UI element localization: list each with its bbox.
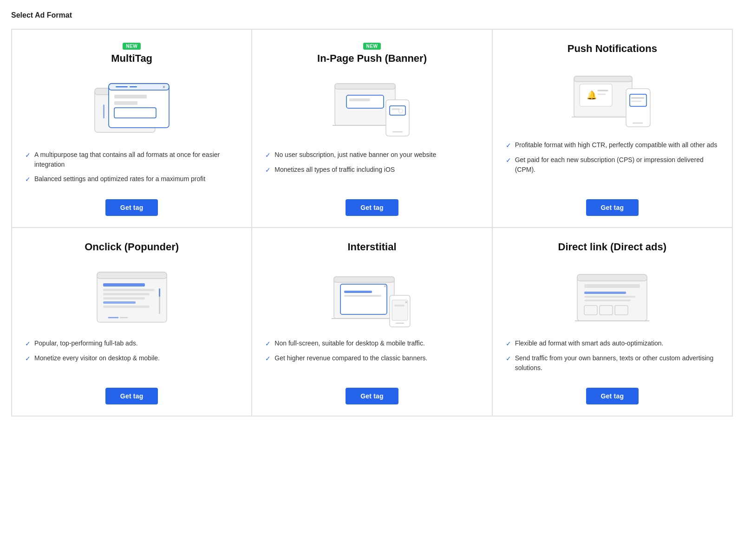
get-tag-button-multitag[interactable]: Get tag [105, 199, 158, 216]
feature-item: ✓ Balanced settings and optimized rates … [25, 174, 238, 184]
svg-text:×: × [405, 300, 407, 305]
svg-rect-60 [584, 284, 640, 288]
feature-item: ✓ Get higher revenue compared to the cla… [265, 353, 478, 364]
ad-format-grid: NEW MultiTag × [11, 29, 733, 417]
card-interstitial: Interstitial × × ✓ [252, 228, 492, 416]
card-header-onclick-popunder: Onclick (Popunder) [85, 241, 179, 253]
svg-rect-55 [394, 305, 405, 306]
get-tag-button-direct-link[interactable]: Get tag [586, 388, 639, 404]
feature-item: ✓ Monetize every visitor on desktop & mo… [25, 353, 238, 364]
card-direct-link: Direct link (Direct ads) [492, 228, 732, 416]
svg-rect-17 [390, 106, 405, 115]
feature-item: ✓ A multipurpose tag that contains all a… [25, 150, 238, 169]
features-direct-link: ✓ Flexible ad format with smart ads auto… [506, 339, 719, 378]
svg-text:🔔: 🔔 [587, 90, 597, 100]
svg-rect-16 [386, 100, 409, 136]
card-title-push-notifications: Push Notifications [568, 43, 657, 55]
card-multitag: NEW MultiTag × [12, 29, 252, 228]
illustration-push-notifications: 🔔 [570, 67, 654, 132]
page-title: Select Ad Format [11, 11, 733, 20]
svg-rect-14 [346, 95, 384, 108]
illustration-inpage-push [330, 77, 414, 142]
card-title-multitag: MultiTag [111, 52, 152, 65]
feature-item: ✓ No user subscription, just native bann… [265, 150, 478, 160]
svg-rect-42 [159, 288, 160, 297]
check-icon: ✓ [25, 175, 31, 184]
illustration-multitag: × [90, 77, 174, 142]
svg-rect-34 [97, 272, 167, 279]
check-icon: ✓ [506, 339, 511, 349]
check-icon: ✓ [25, 339, 31, 349]
features-multitag: ✓ A multipurpose tag that contains all a… [25, 150, 238, 189]
card-header-interstitial: Interstitial [347, 241, 396, 253]
svg-rect-37 [103, 293, 150, 295]
check-icon: ✓ [506, 156, 511, 165]
card-header-multitag: NEW MultiTag [111, 43, 152, 65]
get-tag-button-push-notifications[interactable]: Get tag [586, 199, 639, 216]
svg-rect-7 [114, 95, 147, 98]
badge-new-multitag: NEW [123, 43, 141, 50]
svg-rect-29 [630, 94, 646, 106]
features-onclick-popunder: ✓ Popular, top-performing full-tab ads. … [25, 339, 238, 378]
get-tag-button-inpage-push[interactable]: Get tag [346, 199, 398, 216]
badge-new-inpage-push: NEW [363, 43, 381, 50]
svg-rect-10 [103, 104, 104, 118]
svg-rect-62 [584, 296, 635, 298]
feature-item: ✓ Non full-screen, suitable for desktop … [265, 339, 478, 349]
svg-rect-8 [114, 101, 137, 105]
feature-item: ✓ Send traffic from your own banners, te… [506, 353, 719, 373]
card-header-push-notifications: Push Notifications [568, 43, 657, 55]
illustration-interstitial: × × [330, 265, 414, 330]
check-icon: ✓ [265, 354, 271, 364]
svg-text:×: × [384, 284, 386, 289]
svg-rect-61 [584, 292, 626, 294]
svg-rect-35 [103, 283, 145, 287]
check-icon: ✓ [506, 354, 511, 364]
illustration-direct-link [570, 265, 654, 330]
card-title-inpage-push: In-Page Push (Banner) [317, 52, 427, 65]
features-push-notifications: ✓ Profitable format with high CTR, perfe… [506, 140, 719, 189]
card-title-interstitial: Interstitial [347, 241, 396, 253]
svg-rect-50 [344, 291, 372, 293]
svg-rect-46 [334, 277, 394, 282]
svg-rect-18 [392, 108, 400, 110]
svg-rect-51 [344, 295, 381, 297]
check-icon: ✓ [265, 150, 271, 160]
card-header-inpage-push: NEW In-Page Push (Banner) [317, 43, 427, 65]
svg-rect-36 [103, 289, 154, 291]
feature-item: ✓ Get paid for each new subscription (CP… [506, 155, 719, 175]
svg-text:×: × [163, 85, 165, 90]
check-icon: ✓ [265, 339, 271, 349]
check-icon: ✓ [25, 354, 31, 364]
feature-item: ✓ Popular, top-performing full-tab ads. [25, 339, 238, 349]
get-tag-button-onclick-popunder[interactable]: Get tag [105, 388, 158, 404]
card-push-notifications: Push Notifications 🔔 [492, 29, 732, 228]
svg-rect-38 [103, 297, 145, 300]
svg-rect-12 [335, 84, 395, 89]
check-icon: ✓ [265, 165, 271, 175]
svg-rect-22 [574, 76, 632, 82]
svg-rect-48 [340, 284, 387, 314]
features-inpage-push: ✓ No user subscription, just native bann… [265, 150, 478, 189]
features-interstitial: ✓ Non full-screen, suitable for desktop … [265, 339, 478, 378]
illustration-onclick-popunder [90, 265, 174, 330]
card-title-onclick-popunder: Onclick (Popunder) [85, 241, 179, 253]
card-onclick-popunder: Onclick (Popunder) [12, 228, 252, 416]
feature-item: ✓ Flexible ad format with smart ads auto… [506, 339, 719, 349]
card-header-direct-link: Direct link (Direct ads) [558, 241, 667, 253]
check-icon: ✓ [25, 150, 31, 160]
get-tag-button-interstitial[interactable]: Get tag [346, 388, 398, 404]
card-inpage-push: NEW In-Page Push (Banner) ✓ [252, 29, 492, 228]
svg-rect-39 [103, 301, 136, 304]
feature-item: ✓ Profitable format with high CTR, perfe… [506, 140, 719, 150]
svg-rect-40 [103, 306, 150, 308]
svg-rect-15 [349, 98, 370, 101]
check-icon: ✓ [506, 141, 511, 150]
feature-item: ✓ Monetizes all types of traffic includi… [265, 165, 478, 175]
card-title-direct-link: Direct link (Direct ads) [558, 241, 667, 253]
svg-rect-63 [584, 300, 631, 301]
svg-rect-58 [577, 274, 647, 281]
